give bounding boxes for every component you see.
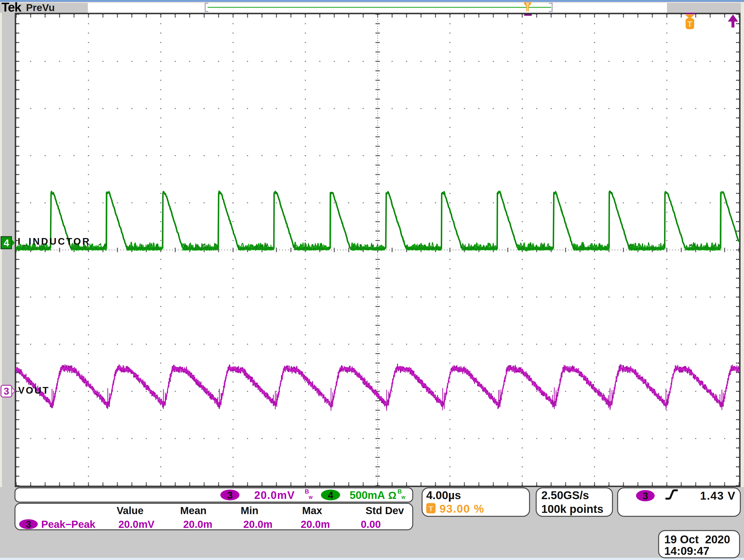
svg-text:T: T (687, 20, 692, 29)
svg-text:Std Dev: Std Dev (366, 505, 404, 516)
svg-text:2.50GS/s: 2.50GS/s (541, 489, 589, 501)
svg-text:Peak−Peak: Peak−Peak (41, 519, 96, 530)
svg-text:1.43 V: 1.43 V (700, 489, 736, 502)
svg-text:20.0mV: 20.0mV (118, 519, 154, 530)
svg-text:4: 4 (4, 237, 9, 248)
svg-text:Max: Max (302, 505, 322, 516)
svg-text:20.0m: 20.0m (301, 519, 330, 530)
svg-text:Value: Value (117, 505, 144, 516)
svg-text:20.0m: 20.0m (243, 519, 272, 530)
svg-text:Min: Min (241, 505, 258, 516)
svg-text:0.00: 0.00 (361, 519, 381, 530)
svg-text:19 Oct 2020: 19 Oct 2020 (664, 533, 730, 546)
svg-text:20.0mV: 20.0mV (254, 489, 295, 501)
svg-text:Mean: Mean (180, 505, 207, 516)
svg-text:3: 3 (643, 491, 648, 501)
svg-text:3: 3 (26, 519, 31, 530)
svg-text:4: 4 (328, 490, 333, 500)
svg-text:I_INDUCTOR: I_INDUCTOR (18, 236, 91, 247)
svg-text:100k points: 100k points (541, 502, 603, 515)
svg-text:Ω: Ω (388, 490, 397, 501)
svg-text:20.0m: 20.0m (183, 519, 212, 530)
svg-text:T: T (429, 505, 433, 513)
svg-text:4.00µs: 4.00µs (426, 489, 461, 501)
svg-text:500mA: 500mA (350, 489, 385, 501)
svg-text:PreVu: PreVu (26, 2, 55, 13)
svg-text:Tek: Tek (1, 0, 22, 14)
svg-text:93.00 %: 93.00 % (440, 502, 484, 515)
svg-text:B: B (305, 488, 309, 495)
svg-text:W: W (402, 495, 406, 500)
svg-text:14:09:47: 14:09:47 (664, 545, 709, 557)
svg-text:W: W (309, 495, 313, 500)
svg-text:VOUT: VOUT (18, 385, 49, 396)
svg-text:3: 3 (227, 490, 233, 500)
svg-text:B: B (398, 488, 402, 495)
svg-text:3: 3 (4, 386, 9, 397)
